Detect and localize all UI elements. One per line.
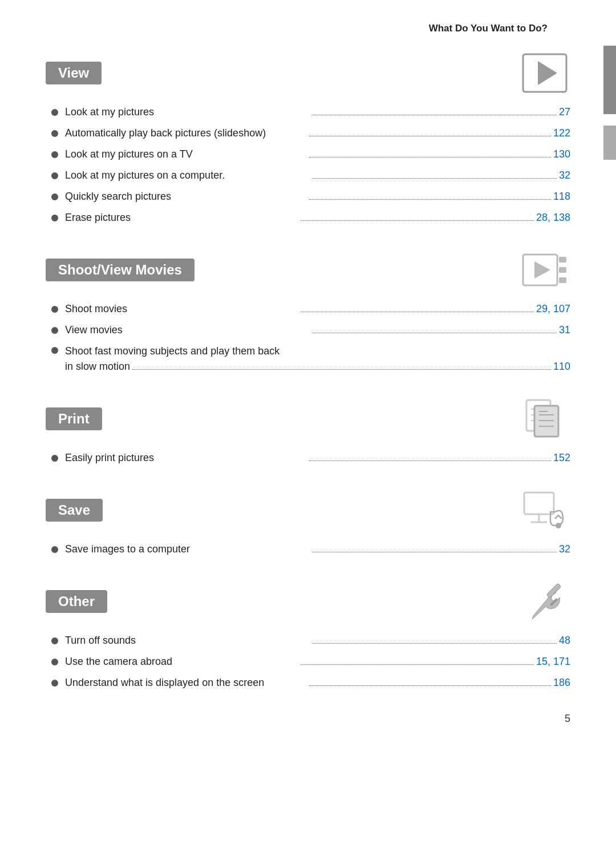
bullet-icon [51, 130, 58, 137]
toc-page: 122 [553, 126, 570, 141]
section-save-title: Save [46, 499, 103, 522]
print-icon [519, 397, 570, 440]
toc-item: Shoot movies 29, 107 [51, 301, 570, 317]
toc-item: Save images to a computer 32 [51, 542, 570, 557]
bullet-icon [51, 455, 58, 462]
toc-page: 118 [553, 189, 570, 204]
toc-dots [312, 115, 557, 115]
toc-dots [301, 312, 534, 312]
toc-label: View movies [65, 322, 310, 338]
header-title: What Do You Want to Do? [429, 23, 548, 34]
section-print: Print [46, 397, 570, 466]
toc-label: Erase pictures [65, 210, 298, 225]
toc-dots [309, 136, 551, 136]
toc-dots [309, 199, 551, 200]
toc-label: Look at my pictures [65, 104, 310, 120]
toc-page: 110 [553, 359, 570, 374]
page-footer: 5 [565, 713, 570, 725]
bullet-icon [51, 172, 58, 179]
toc-page: 27 [559, 104, 570, 120]
toc-label: Easily print pictures [65, 450, 307, 466]
toc-label: Use the camera abroad [65, 654, 298, 669]
toc-page: 186 [553, 675, 570, 691]
page-number: 5 [565, 713, 570, 724]
toc-dots [312, 552, 557, 552]
section-view: View Look at my pictures 27 Automaticall… [46, 51, 570, 225]
section-other-title: Other [46, 590, 107, 613]
toc-dots [309, 685, 551, 686]
toc-dots [309, 461, 551, 461]
toc-label: Look at my pictures on a computer. [65, 168, 310, 183]
toc-dots [312, 178, 557, 179]
bullet-icon [51, 193, 58, 200]
toc-item-multiline: Shoot fast moving subjects and play them… [51, 344, 570, 374]
toc-line2-row: in slow motion 110 [65, 359, 570, 374]
toc-item: Use the camera abroad 15, 171 [51, 654, 570, 669]
toc-label-line1: Shoot fast moving subjects and play them… [65, 344, 570, 359]
bullet-icon [51, 659, 58, 665]
toc-label: Automatically play back pictures (slides… [65, 126, 307, 141]
toc-item: View movies 31 [51, 322, 570, 338]
svg-rect-4 [559, 257, 566, 263]
toc-page: 29, 107 [536, 301, 570, 317]
toc-item: Quickly search pictures 118 [51, 189, 570, 204]
section-movies-title: Shoot/View Movies [46, 259, 194, 281]
toc-label: Quickly search pictures [65, 189, 307, 204]
toc-item: Look at my pictures on a computer. 32 [51, 168, 570, 183]
svg-rect-6 [559, 277, 566, 283]
tools-icon [519, 580, 570, 623]
save-toc-list: Save images to a computer 32 [46, 542, 570, 557]
view-toc-list: Look at my pictures 27 Automatically pla… [46, 104, 570, 225]
bullet-icon [51, 151, 58, 158]
svg-marker-3 [534, 261, 550, 278]
toc-dots [309, 157, 551, 158]
bullet-icon [51, 680, 58, 687]
bullet-icon [51, 109, 58, 116]
section-view-header: View [46, 51, 570, 94]
toc-label: Turn off sounds [65, 633, 310, 648]
section-save-header: Save [46, 488, 570, 531]
toc-dots [132, 369, 551, 370]
svg-rect-5 [559, 267, 566, 273]
toc-item: Look at my pictures on a TV 130 [51, 147, 570, 162]
toc-page: 152 [553, 450, 570, 466]
view-icon [519, 51, 570, 94]
svg-rect-16 [524, 492, 554, 514]
page-container: What Do You Want to Do? View Look at my … [0, 0, 616, 748]
toc-item: Turn off sounds 48 [51, 633, 570, 648]
toc-item: Look at my pictures 27 [51, 104, 570, 120]
section-print-title: Print [46, 407, 102, 430]
bullet-icon [51, 306, 58, 313]
toc-multiline-content: Shoot fast moving subjects and play them… [65, 344, 570, 374]
section-other: Other Turn off sounds 48 Use th [46, 580, 570, 691]
toc-label: Understand what is displayed on the scre… [65, 675, 307, 691]
movie-icon [519, 248, 570, 291]
bullet-icon [51, 215, 58, 221]
section-other-header: Other [46, 580, 570, 623]
bullet-icon [51, 546, 58, 553]
movies-toc-list: Shoot movies 29, 107 View movies 31 Shoo… [46, 301, 570, 374]
bullet-icon [51, 347, 58, 354]
toc-dots [312, 643, 557, 644]
section-save: Save Save images to a computer [46, 488, 570, 557]
section-view-title: View [46, 62, 102, 84]
toc-page: 130 [553, 147, 570, 162]
toc-page: 32 [559, 168, 570, 183]
bullet-icon [51, 637, 58, 644]
toc-page: 31 [559, 322, 570, 338]
bullet-icon [51, 327, 58, 334]
svg-rect-20 [546, 583, 561, 597]
page-header: What Do You Want to Do? [46, 23, 570, 34]
save-icon [519, 488, 570, 531]
section-print-header: Print [46, 397, 570, 440]
svg-marker-1 [538, 61, 557, 85]
toc-dots [312, 333, 557, 333]
toc-page: 32 [559, 542, 570, 557]
toc-item: Erase pictures 28, 138 [51, 210, 570, 225]
toc-label: Look at my pictures on a TV [65, 147, 307, 162]
section-movies: Shoot/View Movies Shoot movies 29, 107 [46, 248, 570, 374]
toc-page: 15, 171 [536, 654, 570, 669]
toc-dots [301, 220, 534, 221]
toc-label-line2: in slow motion [65, 359, 130, 374]
toc-item: Easily print pictures 152 [51, 450, 570, 466]
